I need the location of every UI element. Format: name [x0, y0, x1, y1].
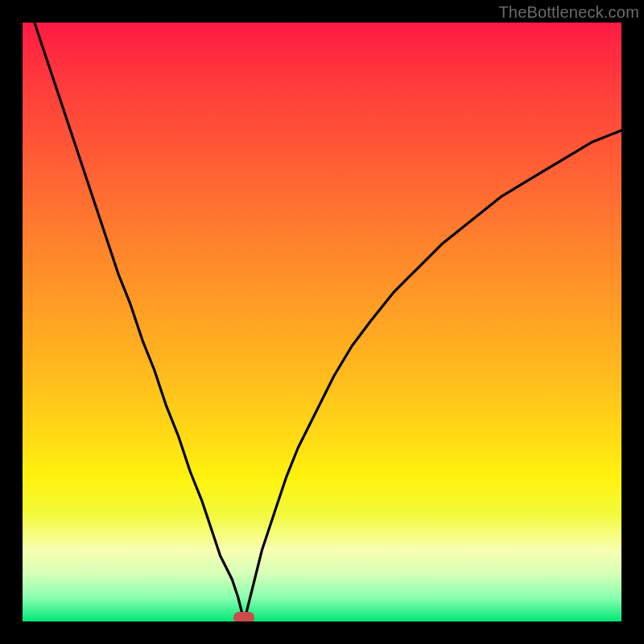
optimal-marker [233, 612, 254, 621]
gradient-background [23, 23, 621, 621]
watermark: TheBottleneck.com [498, 3, 639, 22]
chart-frame [23, 23, 621, 621]
